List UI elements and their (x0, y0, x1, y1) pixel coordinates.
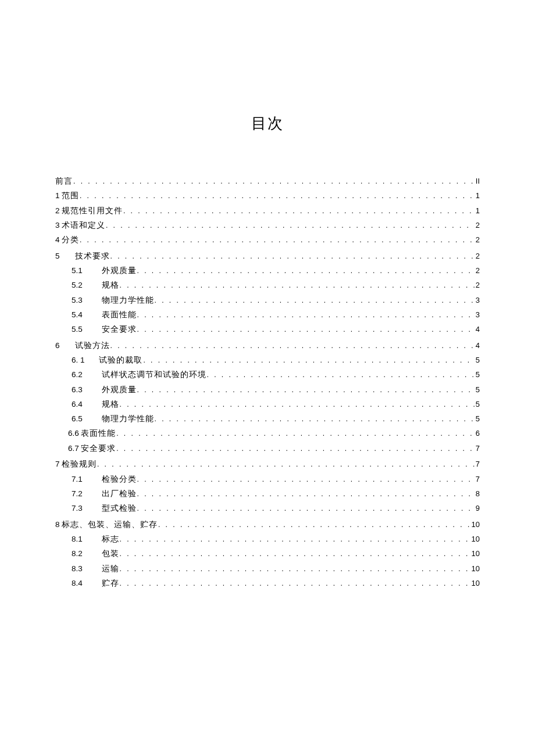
toc-number: 8.1 (72, 535, 94, 543)
toc-page-number: II (476, 177, 480, 185)
toc-number: 8.3 (72, 565, 94, 573)
toc-text: 检验规则 (62, 460, 97, 468)
toc-number: 6.2 (72, 371, 94, 379)
toc-text: 前言 (55, 177, 73, 185)
toc-text: 安全要求 (102, 325, 137, 334)
toc-entry: 4 分类 2 (55, 236, 480, 244)
toc-text: 运输 (102, 565, 119, 573)
toc-leader-dots (137, 386, 475, 393)
toc-entry: 3 术语和定义 2 (55, 221, 480, 230)
toc-page-number: 10 (472, 535, 480, 543)
toc-entry: 5.3 物理力学性能 3 (55, 296, 480, 304)
toc-page-number: 2 (476, 267, 480, 274)
toc-number: 5.2 (72, 281, 94, 289)
toc-page-number: 2 (476, 281, 480, 289)
toc-leader-dots (120, 580, 470, 587)
toc-entry: 7.1 检验分类 7 (55, 475, 480, 483)
toc-text: 安全要求 (81, 445, 116, 453)
toc-label: 6 试验方法 (55, 342, 110, 350)
toc-text: 外观质量 (102, 267, 137, 275)
toc-page-number: 10 (472, 550, 480, 557)
toc-text: 包装 (102, 550, 119, 558)
toc-label: 1 范围 (55, 192, 79, 200)
toc-number: 2 (55, 207, 60, 215)
page-title: 目次 (55, 113, 480, 134)
toc-text: 术语和定义 (62, 221, 105, 230)
toc-page-number: 8 (476, 490, 480, 497)
toc-entry: 7.2 出厂检验 8 (55, 490, 480, 498)
toc-label: 3 术语和定义 (55, 221, 105, 230)
toc-leader-dots (155, 297, 475, 304)
toc-page-number: 6 (476, 429, 480, 437)
toc-leader-dots (155, 415, 475, 422)
toc-leader-dots (120, 565, 470, 572)
toc-leader-dots (80, 237, 475, 243)
toc-number: 6.4 (72, 400, 94, 409)
toc-label: 5.3 物理力学性能 (72, 296, 154, 304)
toc-label: 5.5 安全要求 (72, 325, 137, 334)
toc-leader-dots (97, 461, 475, 468)
toc-leader-dots (110, 342, 475, 349)
toc-page-number: 4 (476, 325, 480, 333)
toc-page-number: 2 (476, 252, 480, 260)
toc-entry: 7 检验规则 7 (55, 460, 480, 468)
toc-entry: 6.4 规格 5 (55, 400, 480, 409)
toc-leader-dots (158, 521, 470, 528)
toc-leader-dots (207, 371, 475, 378)
toc-label: 6.5 物理力学性能 (72, 415, 154, 423)
toc-page-number: 5 (476, 371, 480, 378)
toc-text: 贮存 (102, 579, 119, 587)
toc-entry: 8.3 运输 10 (55, 565, 480, 573)
toc-number: 6.3 (72, 386, 94, 394)
toc-number: 7.1 (72, 475, 94, 483)
table-of-contents: 前言 II1 范围 12 规范性引用文件 13 术语和定义 24 分类 25 技… (55, 177, 480, 587)
toc-label: 8.2 包装 (72, 550, 119, 558)
toc-entry: 7.3 型式检验 9 (55, 504, 480, 513)
toc-text: 表面性能 (102, 311, 137, 319)
toc-label: 6. 1 试验的裁取 (72, 356, 142, 364)
toc-label: 6.3 外观质量 (72, 386, 137, 394)
toc-label: 8 标志、包装、运输、贮存 (55, 521, 158, 529)
toc-entry: 6.3 外观质量 5 (55, 386, 480, 394)
toc-page-number: 10 (472, 521, 480, 528)
toc-number: 7.3 (72, 504, 94, 513)
toc-entry: 前言 II (55, 177, 480, 185)
toc-label: 7.2 出厂检验 (72, 490, 137, 498)
toc-text: 外观质量 (102, 386, 137, 394)
toc-leader-dots (137, 267, 475, 274)
toc-leader-dots (137, 476, 475, 483)
toc-number: 5.1 (72, 267, 94, 275)
toc-text: 技术要求 (75, 252, 110, 260)
toc-entry: 8 标志、包装、运输、贮存 10 (55, 521, 480, 529)
toc-text: 试样状态调节和试验的环境 (102, 371, 206, 379)
toc-page-number: 1 (476, 207, 480, 214)
toc-label: 6.6 表面性能 (68, 429, 116, 438)
toc-leader-dots (120, 550, 470, 557)
toc-leader-dots (120, 401, 475, 408)
toc-leader-dots (137, 326, 475, 333)
toc-page-number: 4 (476, 342, 480, 349)
toc-number: 1 (55, 192, 60, 200)
toc-entry: 8.1 标志 10 (55, 535, 480, 543)
toc-number: 7.2 (72, 490, 94, 498)
toc-entry: 1 范围 1 (55, 192, 480, 200)
toc-page-number: 7 (476, 445, 480, 452)
toc-number: 5.5 (72, 325, 94, 334)
toc-page-number: 10 (472, 579, 480, 587)
toc-page-number: 1 (476, 192, 480, 199)
toc-entry: 6.6 表面性能 6 (55, 429, 480, 438)
toc-text: 型式检验 (102, 504, 137, 513)
toc-leader-dots (106, 222, 475, 229)
toc-label: 6.4 规格 (72, 400, 119, 409)
toc-entry: 5.1 外观质量 2 (55, 267, 480, 275)
toc-label: 7 检验规则 (55, 460, 97, 468)
toc-text: 试验方法 (75, 342, 110, 350)
toc-text: 表面性能 (81, 429, 116, 438)
toc-number: 6.7 (68, 445, 79, 453)
toc-number: 6. 1 (72, 356, 97, 364)
toc-label: 5 技术要求 (55, 252, 110, 260)
toc-text: 范围 (62, 192, 79, 200)
toc-page-number: 5 (476, 386, 480, 393)
toc-page-number: 5 (476, 400, 480, 408)
toc-page-number: 3 (476, 311, 480, 318)
